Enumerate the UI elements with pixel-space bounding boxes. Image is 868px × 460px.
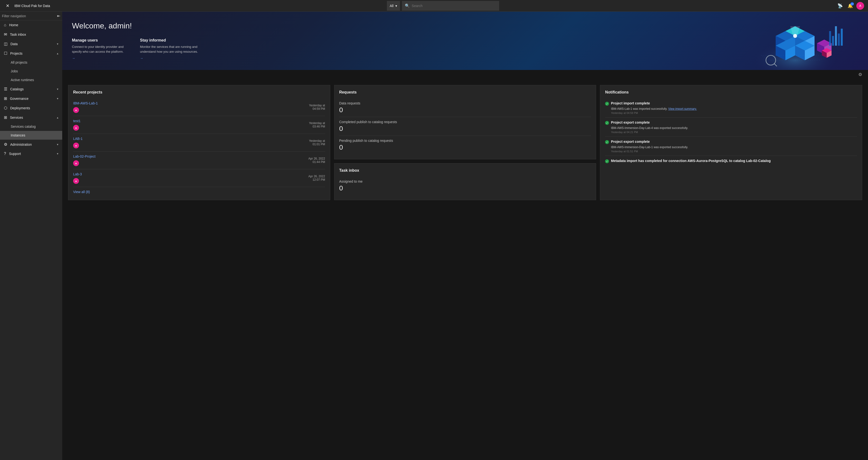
antenna-icon: 📡 — [837, 3, 843, 8]
catalogs-icon: ☰ — [4, 87, 7, 91]
stay-informed-link[interactable]: → — [140, 56, 143, 60]
sidebar-item-instances[interactable]: Instances — [0, 131, 62, 140]
notification-header: ✓ Metadata import has completed for conn… — [605, 159, 857, 163]
chevron-up-icon: ▴ — [57, 52, 58, 55]
notification-header: ✓ Project import complete — [605, 101, 857, 106]
search-icon: 🔍 — [405, 3, 410, 8]
project-left: LAB-1 ◈ — [73, 137, 83, 149]
stay-informed-heading: Stay informed — [140, 38, 198, 42]
sidebar-item-support[interactable]: ? Support ▾ — [0, 149, 62, 158]
search-filter-dropdown[interactable]: All ▾ — [387, 1, 400, 11]
support-icon: ? — [4, 152, 6, 156]
dropdown-label: All — [390, 4, 394, 8]
sidebar-item-governance[interactable]: ⊞ Governance ▾ — [0, 94, 62, 103]
sidebar-item-all-projects[interactable]: All projects — [0, 58, 62, 67]
notification-item: ✓ Project export complete IBM-AWS-Immers… — [605, 137, 857, 156]
request-item: Data requests 0 — [339, 98, 591, 117]
project-item: Lab-02-Project ◈ Apr 26, 2022 01:44 PM — [73, 152, 325, 169]
project-date: Yesterday at 04:59 PM — [309, 104, 325, 110]
hero-content: Welcome, admin! Manage users Connect to … — [72, 21, 858, 60]
notification-body: IBM-AWS-Immersion-Day-Lab-4 was exported… — [605, 126, 857, 130]
chevron-down-icon: ▾ — [395, 4, 397, 8]
recent-projects-title: Recent projects — [73, 90, 325, 95]
project-date: Apr 26, 2022 01:44 PM — [308, 157, 325, 164]
request-count: 0 — [339, 106, 591, 114]
search-box: 🔍 — [402, 1, 499, 11]
project-name[interactable]: Lab-02-Project — [73, 155, 95, 158]
project-left: test1 ◈ — [73, 119, 81, 131]
project-name[interactable]: LAB-1 — [73, 137, 83, 141]
manage-users-body: Connect to your identity provider and sp… — [72, 44, 130, 54]
notification-title: Project export complete — [611, 140, 650, 143]
notification-title: Project import complete — [611, 101, 650, 105]
notification-header: ✓ Project export complete — [605, 121, 857, 125]
task-inbox-title: Task inbox — [339, 168, 591, 173]
notification-title: Metadata import has completed for connec… — [611, 159, 771, 163]
project-avatar: ◈ — [73, 142, 79, 149]
project-date: Yesterday at 01:01 PM — [309, 139, 325, 146]
sidebar-item-data[interactable]: ◫ Data ▾ — [0, 39, 62, 48]
sidebar-item-deployments[interactable]: ⬡ Deployments — [0, 103, 62, 113]
topbar: ✕ IBM Cloud Pak for Data All ▾ 🔍 📡 🔔 10 … — [0, 0, 868, 12]
notification-time: Yesterday at 01:51 PM — [605, 150, 857, 153]
close-button[interactable]: ✕ — [4, 2, 11, 9]
view-all-projects-link[interactable]: View all (8) — [73, 190, 325, 194]
project-name[interactable]: test1 — [73, 119, 81, 123]
project-avatar: ◈ — [73, 125, 79, 131]
project-date: Yesterday at 03:46 PM — [309, 122, 325, 128]
sidebar-item-jobs[interactable]: Jobs — [0, 67, 62, 75]
notifications-button[interactable]: 🔔 10 — [846, 2, 855, 10]
chevron-down-icon: ▾ — [57, 42, 58, 46]
project-item: test1 ◈ Yesterday at 03:46 PM — [73, 116, 325, 134]
avatar[interactable]: A — [856, 2, 864, 10]
dashboard: Recent projects IBM-AWS-Lab-1 ◈ Yesterda… — [62, 79, 868, 206]
hero-card-stay-informed: Stay informed Monitor the services that … — [140, 38, 198, 60]
check-icon: ✓ — [605, 159, 609, 163]
project-item: Lab-3 ◈ Apr 26, 2022 12:07 PM — [73, 169, 325, 187]
notification-item: ✓ Project export complete IBM-AWS-Immers… — [605, 118, 857, 137]
sidebar-item-task-inbox[interactable]: ✉ Task inbox — [0, 30, 62, 39]
search-input[interactable] — [412, 4, 496, 8]
project-left: Lab-3 ◈ — [73, 172, 82, 184]
chevron-down-icon: ▾ — [57, 143, 58, 146]
check-icon: ✓ — [605, 121, 609, 125]
task-inbox-card: Task inbox Assigned to me 0 — [334, 163, 596, 200]
manage-users-heading: Manage users — [72, 38, 130, 42]
sidebar: ⇤ ⌂ Home ✉ Task inbox ◫ Data ▾ ☐ Project… — [0, 12, 62, 460]
sidebar-item-catalogs[interactable]: ☰ Catalogs ▾ — [0, 84, 62, 94]
recent-projects-card: Recent projects IBM-AWS-Lab-1 ◈ Yesterda… — [68, 85, 330, 200]
collapse-sidebar-icon[interactable]: ⇤ — [57, 13, 60, 18]
notification-title: Project export complete — [611, 121, 650, 124]
notification-item: ✓ Project import complete IBM-AWS-Lab-1 … — [605, 98, 857, 118]
sidebar-item-active-runtimes[interactable]: Active runtimes — [0, 75, 62, 84]
project-name[interactable]: Lab-3 — [73, 172, 82, 176]
sidebar-item-home[interactable]: ⌂ Home — [0, 21, 62, 30]
sidebar-item-administration[interactable]: ⚙ Administration ▾ — [0, 140, 62, 149]
project-date: Apr 26, 2022 12:07 PM — [308, 175, 325, 182]
request-label: Data requests — [339, 101, 591, 105]
notification-body: IBM-AWS-Immersion-Day-Lab-1 was exported… — [605, 145, 857, 150]
project-name[interactable]: IBM-AWS-Lab-1 — [73, 101, 98, 105]
filter-navigation-input[interactable] — [2, 14, 55, 18]
notification-link[interactable]: View import summary. — [668, 107, 697, 110]
notification-count: 10 — [850, 2, 854, 6]
check-icon: ✓ — [605, 102, 609, 106]
notification-item: ✓ Metadata import has completed for conn… — [605, 156, 857, 167]
chevron-up-icon: ▴ — [57, 116, 58, 119]
dashboard-settings-button[interactable]: ⚙ — [858, 72, 862, 77]
manage-users-link[interactable]: → — [72, 56, 75, 60]
sidebar-item-projects[interactable]: ☐ Projects ▴ — [0, 48, 62, 58]
sidebar-item-services-catalog[interactable]: Services catalog — [0, 122, 62, 131]
project-item: LAB-1 ◈ Yesterday at 01:01 PM — [73, 134, 325, 152]
hero-banner: Welcome, admin! Manage users Connect to … — [62, 12, 868, 70]
antenna-button[interactable]: 📡 — [836, 2, 844, 10]
projects-icon: ☐ — [4, 51, 7, 56]
assigned-to-me-count: 0 — [339, 184, 591, 192]
home-icon: ⌂ — [4, 23, 6, 27]
notifications-title: Notifications — [605, 90, 857, 95]
sidebar-item-services[interactable]: ⊞ Services ▴ — [0, 113, 62, 122]
project-avatar: ◈ — [73, 107, 79, 113]
requests-card: Requests Data requests 0 Completed publi… — [334, 85, 596, 159]
governance-icon: ⊞ — [4, 96, 7, 101]
app-title: IBM Cloud Pak for Data — [14, 4, 50, 8]
